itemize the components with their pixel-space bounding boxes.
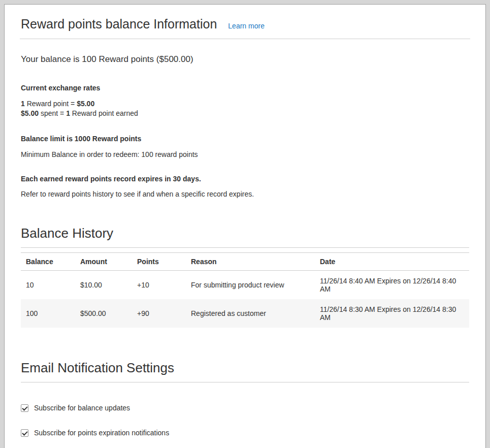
minimum-balance-text: Minimum Balance in order to redeem: 100 … bbox=[21, 150, 469, 159]
exchange-rates-heading: Current exchange rates bbox=[21, 84, 469, 92]
balance-updates-option[interactable]: Subscribe for balance updates bbox=[21, 404, 469, 412]
cell-date: 11/26/14 8:40 AM Expires on 12/26/14 8:4… bbox=[315, 271, 469, 300]
cell-reason: For submitting product review bbox=[186, 271, 315, 300]
balance-history-heading: Balance History bbox=[21, 226, 469, 248]
column-header-date: Date bbox=[315, 253, 469, 271]
balance-limit-text: Balance limit is 1000 Reward points bbox=[21, 135, 469, 143]
balance-updates-label: Subscribe for balance updates bbox=[34, 404, 130, 412]
notification-options: Subscribe for balance updates Subscribe … bbox=[21, 404, 469, 437]
rate-value: $5.00 bbox=[21, 109, 39, 117]
column-header-reason: Reason bbox=[186, 253, 315, 271]
table-row: 10 $10.00 +10 For submitting product rev… bbox=[21, 271, 469, 300]
rate-value: 1 bbox=[21, 100, 25, 108]
column-header-amount: Amount bbox=[75, 253, 132, 271]
expiry-notice-text: Each earned reward points record expires… bbox=[21, 175, 469, 183]
cell-amount: $10.00 bbox=[75, 271, 132, 300]
learn-more-link[interactable]: Learn more bbox=[228, 22, 265, 30]
rate-value: 1 bbox=[66, 109, 70, 117]
cell-balance: 10 bbox=[21, 271, 75, 300]
cell-amount: $500.00 bbox=[75, 299, 132, 328]
cell-points: +10 bbox=[132, 271, 186, 300]
exchange-rate-line-2: $5.00 spent = 1 Reward point earned bbox=[21, 109, 469, 118]
balance-history-table: Balance Amount Points Reason Date 10 $10… bbox=[21, 252, 469, 328]
column-header-balance: Balance bbox=[21, 253, 75, 271]
rate-text: Reward point = bbox=[25, 100, 77, 108]
exchange-rate-line-1: 1 Reward point = $5.00 bbox=[21, 99, 469, 109]
expiry-hint-text: Refer to reward points history to see if… bbox=[21, 189, 469, 199]
cell-balance: 100 bbox=[21, 299, 75, 328]
table-header: Balance Amount Points Reason Date bbox=[21, 253, 469, 271]
balance-summary: Your balance is 100 Reward points ($500.… bbox=[21, 54, 469, 65]
exchange-rates: 1 Reward point = $5.00 $5.00 spent = 1 R… bbox=[21, 99, 469, 118]
table-row: 100 $500.00 +90 Registered as customer 1… bbox=[21, 299, 469, 328]
expiration-notifications-option[interactable]: Subscribe for points expiration notifica… bbox=[21, 429, 469, 437]
reward-points-panel: Reward points balance Information Learn … bbox=[4, 4, 486, 448]
cell-points: +90 bbox=[132, 299, 186, 328]
cell-date: 11/26/14 8:30 AM Expires on 12/26/14 8:3… bbox=[315, 299, 469, 328]
email-settings-heading: Email Notification Settings bbox=[21, 360, 469, 382]
balance-updates-checkbox[interactable] bbox=[21, 404, 28, 412]
rate-text: Reward point earned bbox=[70, 109, 138, 117]
column-header-points: Points bbox=[132, 253, 186, 271]
page-title: Reward points balance Information bbox=[21, 17, 217, 31]
expiration-notifications-label: Subscribe for points expiration notifica… bbox=[34, 429, 169, 437]
rate-text: spent = bbox=[39, 109, 66, 117]
expiration-notifications-checkbox[interactable] bbox=[21, 429, 28, 437]
rate-value: $5.00 bbox=[77, 100, 94, 108]
cell-reason: Registered as customer bbox=[186, 299, 315, 328]
page-header: Reward points balance Information Learn … bbox=[20, 5, 470, 39]
